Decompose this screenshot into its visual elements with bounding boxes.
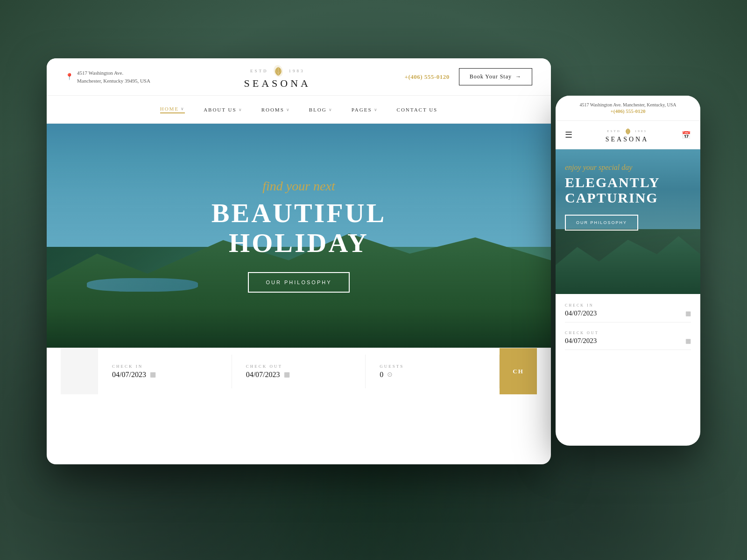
logo-estd-text: ESTD — [250, 69, 268, 73]
mobile-checkout-label: CHECK OUT — [565, 331, 691, 335]
mobile-checkout-field[interactable]: CHECK OUT 04/07/2023 ▦ — [565, 331, 691, 350]
nav-item-contact[interactable]: CONTACT US — [397, 107, 438, 112]
nav-item-rooms[interactable]: ROOMS ∨ — [261, 107, 290, 112]
mobile-title-line1: ELEGANTLY — [565, 175, 691, 190]
mobile-logo-name: SEASONA — [606, 136, 649, 143]
guests-label: GUESTS — [380, 364, 485, 369]
mobile-logo-leaf-icon — [623, 126, 633, 136]
desktop-logo: ESTD 1983 SEASONA — [244, 64, 310, 90]
guests-count: 0 — [380, 371, 383, 379]
logo-year-text: 1983 — [289, 69, 304, 73]
phone-number[interactable]: +(406) 555-0120 — [404, 73, 449, 81]
hero-content: find your next BEAUTIFUL HOLIDAY OUR PHI… — [211, 179, 386, 293]
desktop-hero: find your next BEAUTIFUL HOLIDAY OUR PHI… — [47, 124, 551, 348]
mobile-address: 4517 Washington Ave. Manchester, Kentuck… — [565, 102, 691, 107]
nav-item-pages[interactable]: PAGES ∨ — [352, 107, 378, 112]
location-icon: 📍 — [65, 72, 73, 82]
checkout-date: 04/07/2023 — [246, 371, 280, 379]
mobile-top-info: 4517 Washington Ave. Manchester, Kentuck… — [556, 96, 700, 121]
scene: 📍 4517 Washington Ave. Manchester, Kentu… — [47, 58, 700, 502]
mobile-checkin-value-row: 04/07/2023 ▦ — [565, 309, 691, 317]
hamburger-icon[interactable]: ☰ — [565, 130, 572, 140]
mobile-logo-estd-row: ESTD 1983 — [606, 126, 649, 136]
mobile-hero: enjoy your special day ELEGANTLY CAPTURI… — [556, 149, 700, 294]
mobile-estd: ESTD — [607, 129, 621, 133]
nav-item-blog[interactable]: BLOG ∨ — [309, 107, 333, 112]
chevron-down-icon: ∨ — [239, 107, 243, 112]
chevron-down-icon: ∨ — [374, 107, 378, 112]
checkout-value-row: 04/07/2023 ▦ — [246, 371, 352, 379]
nav-item-home[interactable]: HOME ∨ — [160, 106, 185, 113]
mobile-checkout-calendar-icon: ▦ — [685, 337, 691, 345]
desktop-booking-bar: CHECK IN 04/07/2023 ▦ CHECK OUT 04/07/20… — [47, 348, 551, 394]
checkin-date: 04/07/2023 — [112, 371, 146, 379]
booking-side-box — [61, 348, 98, 394]
desktop-mockup: 📍 4517 Washington Ave. Manchester, Kentu… — [47, 58, 551, 464]
hero-script-text: find your next — [211, 179, 386, 194]
mobile-logo: ESTD 1983 SEASONA — [606, 126, 649, 143]
nav-item-about[interactable]: ABOUT US ∨ — [204, 107, 243, 112]
mobile-year: 1983 — [635, 129, 647, 133]
mobile-booking: CHECK IN 04/07/2023 ▦ CHECK OUT 04/07/20… — [556, 294, 700, 368]
hero-title-line1: BEAUTIFUL — [211, 198, 386, 228]
mobile-checkout-value-row: 04/07/2023 ▦ — [565, 337, 691, 345]
mobile-checkin-calendar-icon: ▦ — [685, 310, 691, 317]
address-line1: 4517 Washington Ave. — [77, 69, 150, 77]
hero-philosophy-button[interactable]: OUR PHILOSOPHY — [248, 272, 349, 293]
book-stay-button[interactable]: Book Your Stay → — [459, 68, 532, 85]
mobile-phone[interactable]: +(406) 555-0120 — [565, 108, 691, 114]
logo-name: SEASONA — [244, 77, 310, 90]
mobile-hero-title: ELEGANTLY CAPTURING — [565, 175, 691, 205]
address-block: 📍 4517 Washington Ave. Manchester, Kentu… — [65, 69, 150, 84]
submit-text: CH — [513, 368, 524, 375]
mobile-checkin-label: CHECK IN — [565, 303, 691, 308]
logo-leaf-icon — [272, 64, 285, 77]
mobile-hero-content: enjoy your special day ELEGANTLY CAPTURI… — [556, 149, 700, 245]
address-line2: Manchester, Kentucky 39495, USA — [77, 77, 150, 85]
mobile-checkout-date: 04/07/2023 — [565, 337, 597, 345]
checkin-value-row: 04/07/2023 ▦ — [112, 371, 218, 379]
logo-estd-row: ESTD 1983 — [244, 64, 310, 77]
booking-checkin-field[interactable]: CHECK IN 04/07/2023 ▦ — [98, 355, 232, 388]
chevron-down-icon: ∨ — [329, 107, 333, 112]
top-right: +(406) 555-0120 Book Your Stay → — [404, 68, 532, 85]
mobile-title-line2: CAPTURING — [565, 190, 691, 205]
checkout-label: CHECK OUT — [246, 364, 352, 369]
booking-checkout-field[interactable]: CHECK OUT 04/07/2023 ▦ — [232, 355, 366, 388]
arrow-right-icon: → — [515, 73, 521, 80]
mobile-mockup: 4517 Washington Ave. Manchester, Kentuck… — [556, 96, 700, 446]
checkin-calendar-icon: ▦ — [150, 371, 156, 378]
hero-title: BEAUTIFUL HOLIDAY — [211, 198, 386, 258]
mobile-hero-script: enjoy your special day — [565, 163, 691, 172]
hero-title-line2: HOLIDAY — [211, 228, 386, 258]
mobile-nav: ☰ ESTD 1983 SEASONA 📅 — [556, 121, 700, 149]
checkin-label: CHECK IN — [112, 364, 218, 369]
checkout-calendar-icon: ▦ — [284, 371, 290, 378]
chevron-down-icon: ∨ — [286, 107, 290, 112]
booking-submit-button[interactable]: CH — [500, 348, 537, 394]
guests-value-row: 0 ⊙ — [380, 371, 485, 379]
booking-guests-field[interactable]: GUESTS 0 ⊙ — [366, 355, 500, 388]
chevron-down-icon: ∨ — [181, 106, 185, 111]
mobile-checkin-date: 04/07/2023 — [565, 309, 597, 317]
desktop-topbar: 📍 4517 Washington Ave. Manchester, Kentu… — [47, 58, 551, 96]
guests-person-icon: ⊙ — [387, 371, 393, 378]
desktop-navbar: HOME ∨ ABOUT US ∨ ROOMS ∨ BLOG ∨ PAGES ∨… — [47, 96, 551, 124]
mobile-checkin-field[interactable]: CHECK IN 04/07/2023 ▦ — [565, 303, 691, 322]
mobile-calendar-icon[interactable]: 📅 — [682, 131, 691, 140]
mobile-philosophy-button[interactable]: OUR PHILOSOPHY — [565, 215, 638, 231]
